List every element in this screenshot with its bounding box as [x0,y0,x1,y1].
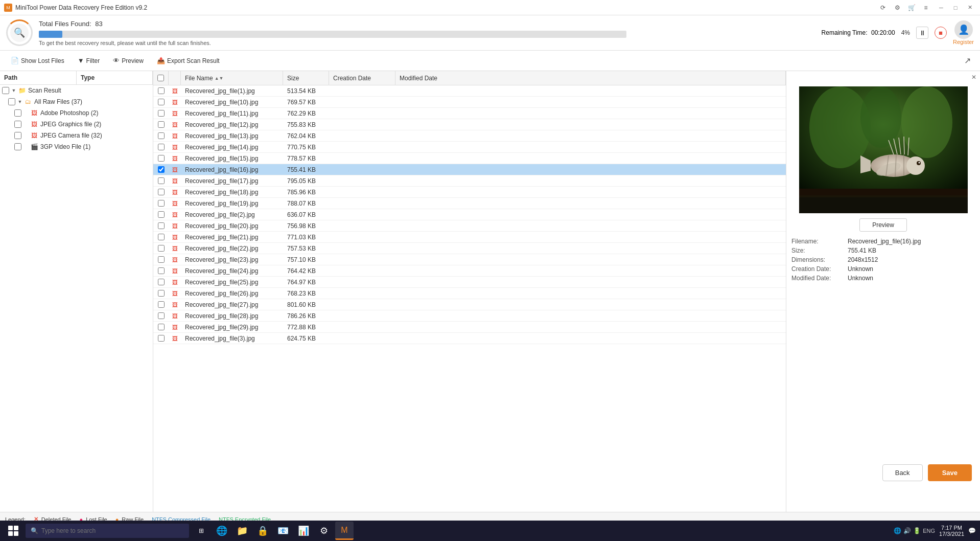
settings-icon[interactable]: ⚙ [892,3,902,13]
file-check-input-15[interactable] [158,256,165,263]
tree-item-3gp-video[interactable]: 🎬 3GP Video File (1) [0,141,153,152]
file-row-21[interactable]: 🖼 Recovered_jpg_file(29).jpg 772.88 KB [153,322,786,333]
file-check-input-11[interactable] [158,211,165,218]
back-button[interactable]: Back [882,464,923,481]
file-check-input-18[interactable] [158,290,165,297]
file-row-9[interactable]: 🖼 Recovered_jpg_file(18).jpg 785.96 KB [153,187,786,198]
col-header-size[interactable]: Size [283,71,329,85]
file-check-input-10[interactable] [158,200,165,207]
file-checkbox-5[interactable] [153,144,169,150]
file-row-16[interactable]: 🖼 Recovered_jpg_file(24).jpg 764.42 KB [153,265,786,277]
file-checkbox-12[interactable] [153,222,169,229]
file-check-input-14[interactable] [158,245,165,252]
file-row-5[interactable]: 🖼 Recovered_jpg_file(14).jpg 770.75 KB [153,142,786,153]
preview-close-button[interactable]: ✕ [970,73,978,81]
col-header-modified[interactable]: Modified Date [395,71,786,85]
file-checkbox-20[interactable] [153,312,169,319]
preview-button[interactable]: 👁 Preview [107,54,149,67]
tree-expand-adobe[interactable] [23,110,29,116]
file-check-input-2[interactable] [158,110,165,117]
file-checkbox-4[interactable] [153,132,169,139]
file-row-0[interactable]: 🖼 Recovered_jpg_file(1).jpg 513.54 KB [153,85,786,97]
tree-expand-3gp[interactable] [23,144,29,150]
file-check-input-5[interactable] [158,144,165,150]
file-row-18[interactable]: 🖼 Recovered_jpg_file(26).jpg 768.23 KB [153,288,786,299]
file-check-input-19[interactable] [158,301,165,308]
file-check-input-21[interactable] [158,324,165,330]
file-row-2[interactable]: 🖼 Recovered_jpg_file(11).jpg 762.29 KB [153,108,786,119]
file-checkbox-6[interactable] [153,155,169,162]
tree-checkbox-jpeg-camera[interactable] [14,132,21,139]
export-scan-result-button[interactable]: 📤 Export Scan Result [151,54,225,67]
tree-checkbox-scan-result[interactable] [2,87,9,94]
col-header-name[interactable]: File Name ▲▼ [181,71,283,85]
file-check-input-1[interactable] [158,99,165,105]
help-icon[interactable]: ⟳ [878,3,888,13]
file-row-14[interactable]: 🖼 Recovered_jpg_file(22).jpg 757.53 KB [153,243,786,254]
tree-checkbox-3gp-video[interactable] [14,143,21,150]
pause-button[interactable]: ⏸ [916,27,928,39]
tree-expand-jpeg-camera[interactable] [23,132,29,139]
file-row-7[interactable]: 🖼 Recovered_jpg_file(16).jpg 755.41 KB [153,164,786,175]
tree-checkbox-jpeg-graphics[interactable] [14,121,21,128]
menu-icon[interactable]: ≡ [921,3,931,13]
file-check-input-6[interactable] [158,155,165,162]
file-row-3[interactable]: 🖼 Recovered_jpg_file(12).jpg 755.83 KB [153,119,786,130]
maximize-button[interactable]: □ [949,3,962,12]
taskbar-task-view-icon[interactable]: ⊞ [192,522,211,540]
minimize-button[interactable]: ─ [935,3,947,12]
file-check-input-8[interactable] [158,177,165,184]
file-row-8[interactable]: 🖼 Recovered_jpg_file(17).jpg 795.05 KB [153,175,786,187]
file-row-12[interactable]: 🖼 Recovered_jpg_file(20).jpg 756.98 KB [153,220,786,232]
file-checkbox-13[interactable] [153,234,169,240]
show-lost-files-button[interactable]: 📄 Show Lost Files [5,54,70,67]
file-checkbox-9[interactable] [153,189,169,195]
tree-item-all-raw-files[interactable]: ▼ 🗂 All Raw Files (37) [0,96,153,107]
file-checkbox-7[interactable] [153,166,169,173]
file-check-input-13[interactable] [158,234,165,240]
file-row-1[interactable]: 🖼 Recovered_jpg_file(10).jpg 769.57 KB [153,97,786,108]
select-all-checkbox[interactable] [157,75,164,81]
file-check-input-9[interactable] [158,189,165,195]
taskbar-explorer-icon[interactable]: 📁 [233,522,251,540]
taskbar-edge-icon[interactable]: 🌐 [213,522,231,540]
file-check-input-0[interactable] [158,87,165,94]
preview-action-button[interactable]: Preview [859,218,907,232]
save-button[interactable]: Save [928,464,972,481]
file-check-input-12[interactable] [158,222,165,229]
file-row-10[interactable]: 🖼 Recovered_jpg_file(19).jpg 788.07 KB [153,198,786,209]
close-button[interactable]: ✕ [964,3,976,12]
taskbar-app4-icon[interactable]: M [335,522,354,540]
tree-item-jpeg-graphics[interactable]: 🖼 JPEG Graphics file (2) [0,119,153,130]
tree-item-scan-result[interactable]: ▼ 📁 Scan Result [0,85,153,96]
file-check-input-20[interactable] [158,312,165,319]
taskbar-app2-icon[interactable]: 📊 [294,522,313,540]
file-checkbox-10[interactable] [153,200,169,207]
file-check-input-22[interactable] [158,335,165,342]
tree-expand-jpeg-graphics[interactable] [23,121,29,127]
tree-item-jpeg-camera[interactable]: 🖼 JPEG Camera file (32) [0,130,153,141]
file-checkbox-21[interactable] [153,324,169,330]
stop-button[interactable]: ⏹ [935,27,947,39]
file-row-4[interactable]: 🖼 Recovered_jpg_file(13).jpg 762.04 KB [153,130,786,142]
file-checkbox-0[interactable] [153,87,169,94]
taskbar-search-input[interactable] [41,527,184,534]
file-row-17[interactable]: 🖼 Recovered_jpg_file(25).jpg 764.97 KB [153,277,786,288]
file-checkbox-3[interactable] [153,121,169,128]
file-row-20[interactable]: 🖼 Recovered_jpg_file(28).jpg 786.26 KB [153,310,786,322]
taskbar-app3-icon[interactable]: ⚙ [315,522,333,540]
file-check-input-3[interactable] [158,121,165,128]
taskbar-app1-icon[interactable]: 📧 [274,522,292,540]
file-checkbox-15[interactable] [153,256,169,263]
export-arrow-button[interactable]: ↗ [960,54,975,67]
file-row-22[interactable]: 🖼 Recovered_jpg_file(3).jpg 624.75 KB [153,333,786,344]
taskbar-sound-icon[interactable]: 🔊 [903,527,911,534]
start-button[interactable] [4,522,22,540]
tree-expand-all-raw-files[interactable]: ▼ [17,99,23,105]
register-area[interactable]: 👤 Register [953,20,974,45]
tree-item-adobe-photoshop[interactable]: 🖼 Adobe Photoshop (2) [0,107,153,119]
file-checkbox-2[interactable] [153,110,169,117]
file-row-19[interactable]: 🖼 Recovered_jpg_file(27).jpg 801.60 KB [153,299,786,310]
taskbar-network-icon[interactable]: 🌐 [894,527,901,534]
file-checkbox-22[interactable] [153,335,169,342]
